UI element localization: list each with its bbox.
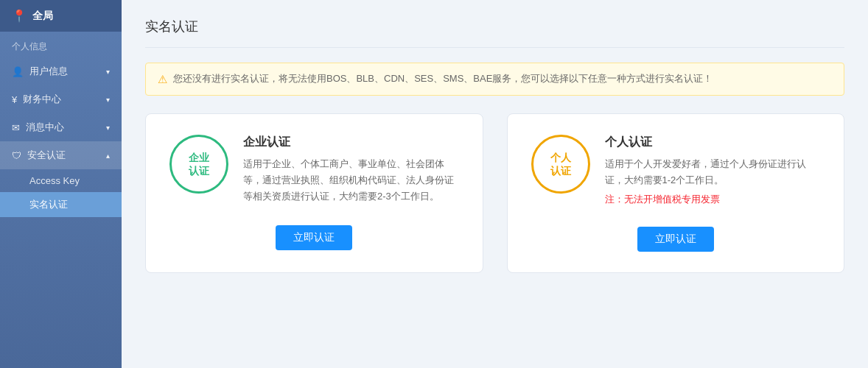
real-name-label: 实名认证 <box>29 199 68 210</box>
sidebar-item-label: 安全认证 <box>27 149 66 162</box>
sidebar-item-security[interactable]: 🛡 安全认证 ▴ <box>0 141 122 169</box>
sidebar: 📍 全局 个人信息 👤 用户信息 ▾ ¥ 财务中心 ▾ ✉ 消息中心 ▾ 🛡 安… <box>0 0 122 368</box>
sidebar-item-finance[interactable]: ¥ 财务中心 ▾ <box>0 85 122 113</box>
sidebar-sub-item-access-key[interactable]: Access Key <box>0 169 122 192</box>
enterprise-card-title: 企业认证 <box>243 135 459 150</box>
personal-card-text: 个人认证 适用于个人开发爱好者，通过个人身份证进行认证，大约需要1-2个工作日。… <box>605 135 821 206</box>
personal-card-title: 个人认证 <box>605 135 821 150</box>
shield-icon: 🛡 <box>12 150 21 161</box>
sidebar-item-messages[interactable]: ✉ 消息中心 ▾ <box>0 113 122 141</box>
alert-text: 您还没有进行实名认证，将无法使用BOS、BLB、CDN、SES、SMS、BAE服… <box>173 72 713 85</box>
enterprise-stamp-text: 企业认证 <box>189 151 209 177</box>
main-content: 实名认证 ⚠ 您还没有进行实名认证，将无法使用BOS、BLB、CDN、SES、S… <box>122 0 868 368</box>
alert-banner: ⚠ 您还没有进行实名认证，将无法使用BOS、BLB、CDN、SES、SMS、BA… <box>145 63 844 96</box>
global-label: 全局 <box>32 10 53 23</box>
sidebar-sub-item-real-name[interactable]: 实名认证 <box>0 192 122 217</box>
personal-card-content: 个人认证 个人认证 适用于个人开发爱好者，通过个人身份证进行认证，大约需要1-2… <box>531 135 821 206</box>
personal-verify-button[interactable]: 立即认证 <box>637 227 714 252</box>
pin-icon: 📍 <box>12 9 27 23</box>
cards-row: 企业认证 企业认证 适用于企业、个体工商户、事业单位、社会团体等，通过营业执照、… <box>145 113 844 273</box>
message-icon: ✉ <box>12 122 20 133</box>
enterprise-verify-button[interactable]: 立即认证 <box>276 225 352 250</box>
enterprise-card: 企业认证 企业认证 适用于企业、个体工商户、事业单位、社会团体等，通过营业执照、… <box>145 113 483 273</box>
personal-card-note: 注：无法开增值税专用发票 <box>605 193 821 206</box>
personal-card-desc: 适用于个人开发爱好者，通过个人身份证进行认证，大约需要1-2个工作日。 <box>605 156 821 188</box>
sidebar-item-label: 消息中心 <box>26 121 64 134</box>
yuan-icon: ¥ <box>12 94 17 105</box>
personal-card: 个人认证 个人认证 适用于个人开发爱好者，通过个人身份证进行认证，大约需要1-2… <box>507 113 845 273</box>
enterprise-card-desc: 适用于企业、个体工商户、事业单位、社会团体等，通过营业执照、组织机构代码证、法人… <box>243 156 459 205</box>
chevron-down-icon: ▾ <box>106 96 110 104</box>
chevron-up-icon: ▴ <box>106 152 110 160</box>
sidebar-global-item[interactable]: 📍 全局 <box>0 0 122 32</box>
chevron-down-icon: ▾ <box>106 68 110 76</box>
user-icon: 👤 <box>12 66 24 77</box>
enterprise-card-content: 企业认证 企业认证 适用于企业、个体工商户、事业单位、社会团体等，通过营业执照、… <box>169 135 459 205</box>
personal-section-title: 个人信息 <box>0 32 122 57</box>
page-title: 实名认证 <box>145 18 844 48</box>
sidebar-item-user-info[interactable]: 👤 用户信息 ▾ <box>0 57 122 85</box>
personal-stamp-text: 个人认证 <box>550 151 571 177</box>
enterprise-stamp: 企业认证 <box>169 135 228 194</box>
sidebar-item-label: 用户信息 <box>29 65 68 78</box>
chevron-down-icon: ▾ <box>106 124 110 132</box>
sidebar-item-label: 财务中心 <box>23 93 61 106</box>
enterprise-card-text: 企业认证 适用于企业、个体工商户、事业单位、社会团体等，通过营业执照、组织机构代… <box>243 135 459 205</box>
warning-icon: ⚠ <box>158 73 167 86</box>
personal-stamp: 个人认证 <box>531 135 590 194</box>
access-key-label: Access Key <box>29 175 80 186</box>
